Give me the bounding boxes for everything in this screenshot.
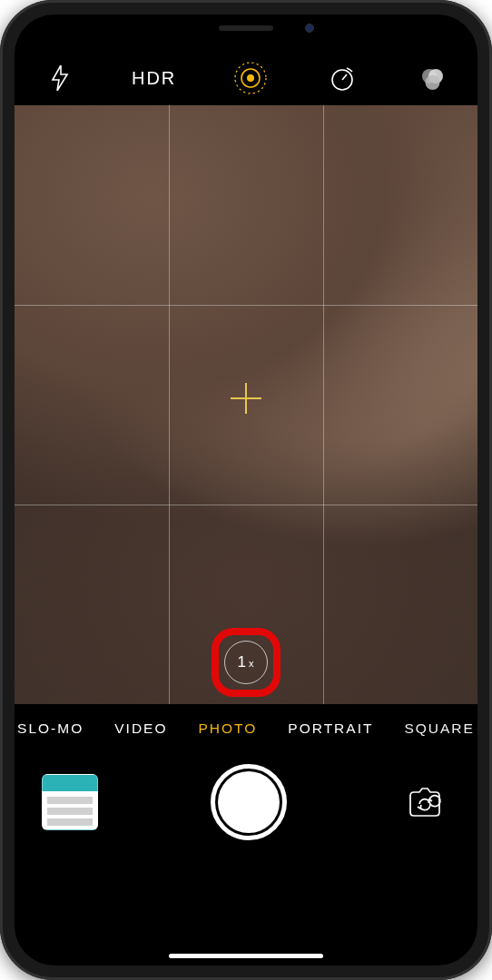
- switch-camera-icon: [406, 785, 444, 819]
- grid-line: [15, 505, 477, 505]
- live-photo-button[interactable]: [231, 58, 271, 98]
- flash-icon: [50, 65, 70, 91]
- svg-point-7: [426, 75, 440, 90]
- mode-slo-mo[interactable]: SLO-MO: [17, 720, 84, 737]
- hdr-button[interactable]: HDR: [132, 68, 176, 89]
- flash-button[interactable]: [42, 60, 78, 96]
- last-photo-thumbnail[interactable]: [42, 774, 98, 830]
- zoom-level-button[interactable]: 1 x: [224, 641, 268, 684]
- live-photo-icon: [232, 60, 269, 96]
- shutter-button[interactable]: [211, 764, 287, 840]
- screen: HDR: [15, 15, 477, 965]
- mode-square[interactable]: SQUARE: [404, 720, 474, 737]
- svg-point-2: [247, 74, 254, 82]
- mode-portrait[interactable]: PORTRAIT: [288, 720, 373, 737]
- timer-button[interactable]: [324, 60, 360, 96]
- mode-photo[interactable]: PHOTO: [198, 720, 257, 737]
- zoom-suffix: x: [249, 658, 255, 669]
- zoom-control[interactable]: 1 x: [212, 628, 280, 697]
- home-indicator[interactable]: [169, 954, 323, 958]
- front-camera: [305, 24, 314, 33]
- grid-line: [15, 305, 477, 306]
- mode-video[interactable]: VIDEO: [114, 720, 167, 737]
- notch: [146, 15, 346, 42]
- svg-line-4: [342, 74, 347, 80]
- grid-line: [169, 105, 170, 704]
- filters-button[interactable]: [414, 60, 450, 96]
- phone-device: HDR: [0, 0, 492, 980]
- grid-line: [323, 105, 324, 704]
- zoom-value: 1: [238, 653, 247, 671]
- timer-icon: [329, 64, 356, 92]
- focus-crosshair-icon: [231, 383, 261, 414]
- camera-mode-selector[interactable]: SLO-MO VIDEO PHOTO PORTRAIT SQUARE: [15, 704, 477, 748]
- speaker-grill: [219, 25, 273, 31]
- filters-icon: [418, 64, 446, 92]
- camera-bottom-controls: [15, 748, 477, 875]
- shutter-inner: [218, 771, 280, 833]
- camera-viewfinder[interactable]: 1 x: [15, 105, 477, 704]
- switch-camera-button[interactable]: [399, 777, 450, 828]
